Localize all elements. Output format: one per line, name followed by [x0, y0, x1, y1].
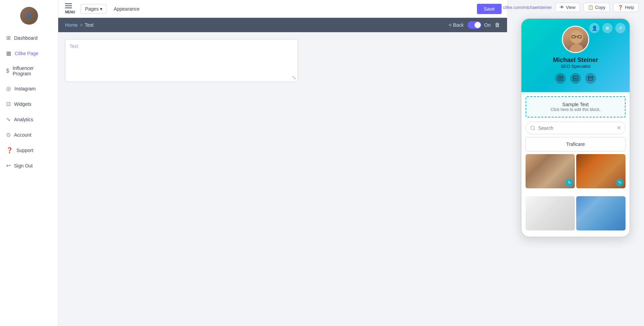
- profile-name: Michael Steiner: [553, 57, 598, 64]
- sidebar-item-account[interactable]: ⊙ Account: [0, 127, 58, 142]
- support-icon: ❓: [6, 147, 13, 153]
- back-button[interactable]: < Back: [449, 22, 464, 28]
- analytics-icon: ∿: [6, 116, 11, 123]
- photo-grid: ✎ ✎: [526, 154, 626, 237]
- breadcrumb-current: Text: [85, 22, 94, 28]
- photo-item-4[interactable]: [576, 196, 626, 230]
- add-circle-icon: ⊕: [605, 25, 609, 31]
- menu-line-2: [65, 5, 72, 6]
- sign-out-icon: ↩: [6, 162, 11, 169]
- sample-text-block[interactable]: Sample Text Click here to edit this bloc…: [526, 96, 626, 117]
- social-icons: [555, 73, 596, 84]
- sidebar-item-label: Account: [14, 132, 31, 138]
- svg-point-7: [559, 77, 561, 79]
- breadcrumb-actions: < Back On 🗑: [449, 21, 500, 29]
- person-icon: 👤: [592, 25, 597, 31]
- phone-traficare-button[interactable]: Traficare: [526, 137, 626, 151]
- menu-label: MENU: [65, 10, 75, 14]
- sidebar-item-dashboard[interactable]: ⊞ Dashboard: [0, 30, 58, 46]
- instagram-social-icon[interactable]: [555, 73, 566, 84]
- dashboard-icon: ⊞: [6, 35, 11, 41]
- editor-area: Text ⤡: [58, 32, 507, 326]
- profile-photo-inner: [563, 27, 588, 52]
- view-button[interactable]: 👁 View: [555, 3, 580, 12]
- pages-button[interactable]: Pages ▾: [80, 4, 107, 14]
- sidebar-item-label: Sign Out: [14, 163, 33, 168]
- toolbar: MENU Pages ▾ Appearance Save: [58, 0, 507, 18]
- eye-icon: 👁: [560, 5, 564, 10]
- view-label: View: [566, 5, 576, 10]
- preview-url[interactable]: c8ke.com/michaelsteiner: [503, 5, 552, 10]
- profile-title: SEO Specialist: [561, 64, 591, 69]
- photo-edit-icon-2: ✎: [616, 179, 623, 186]
- pages-label: Pages: [85, 6, 99, 12]
- text-editor-wrapper: Text ⤡: [65, 39, 298, 82]
- svg-point-1: [570, 31, 583, 43]
- help-label: Help: [625, 5, 634, 10]
- profile-photo-svg: [563, 27, 589, 53]
- breadcrumb: Home > Text: [65, 22, 93, 28]
- appearance-label: Appearance: [114, 6, 140, 12]
- sidebar-nav: ⊞ Dashboard ▦ C8ke Page $ Influencer Pro…: [0, 30, 58, 173]
- toggle-label: On: [484, 22, 491, 28]
- delete-button[interactable]: 🗑: [495, 22, 500, 28]
- copy-button[interactable]: 📋 Copy: [583, 3, 610, 12]
- sidebar-item-support[interactable]: ❓ Support: [0, 142, 58, 158]
- sidebar-item-analytics[interactable]: ∿ Analytics: [0, 112, 58, 127]
- resize-handle: ⤡: [65, 74, 298, 82]
- copy-label: Copy: [595, 5, 605, 10]
- phone-mockup: 👤 ⊕ ↗: [521, 18, 630, 237]
- menu-line-1: [65, 3, 72, 4]
- sidebar-item-label: Influencer Program: [13, 65, 52, 76]
- text-placeholder: Text: [70, 43, 78, 49]
- phone-header: 👤 ⊕ ↗: [521, 19, 630, 92]
- text-editor[interactable]: Text: [65, 39, 298, 74]
- toggle-switch[interactable]: [468, 21, 481, 29]
- main-content: MENU Pages ▾ Appearance Save Home > Text…: [58, 0, 507, 326]
- photo-item-1[interactable]: ✎: [526, 154, 575, 188]
- preview-topbar: c8ke.com/michaelsteiner 👁 View 📋 Copy ❓ …: [507, 0, 644, 15]
- svg-point-5: [570, 44, 583, 53]
- sidebar-item-label: C8ke Page: [15, 51, 38, 56]
- phone-share-icon-btn[interactable]: ↗: [615, 23, 626, 33]
- sidebar-item-sign-out[interactable]: ↩ Sign Out: [0, 158, 58, 173]
- preview-panel: c8ke.com/michaelsteiner 👁 View 📋 Copy ❓ …: [507, 0, 644, 326]
- account-icon: ⊙: [6, 131, 11, 138]
- breadcrumb-bar: Home > Text < Back On 🗑: [58, 18, 507, 32]
- sidebar-item-c8ke-page[interactable]: ▦ C8ke Page: [0, 46, 58, 61]
- breadcrumb-home[interactable]: Home: [65, 22, 78, 28]
- appearance-button[interactable]: Appearance: [111, 4, 142, 13]
- search-input[interactable]: [538, 125, 614, 131]
- search-clear-icon[interactable]: ✕: [617, 125, 621, 131]
- email-social-icon[interactable]: [585, 73, 596, 84]
- photo-item-2[interactable]: ✎: [576, 154, 626, 188]
- chevron-down-icon: ▾: [100, 6, 102, 12]
- share-icon: ↗: [618, 25, 622, 31]
- avatar: 👤: [20, 7, 38, 25]
- photo-edit-icon-1: ✎: [565, 179, 573, 186]
- svg-line-15: [534, 129, 535, 130]
- sidebar-item-widgets[interactable]: ⊡ Widgets: [0, 96, 58, 112]
- sidebar-item-label: Widgets: [14, 101, 31, 107]
- sidebar-item-instagram[interactable]: ◎ Instagram: [0, 81, 58, 96]
- phone-profile-icon-btn[interactable]: 👤: [589, 23, 599, 33]
- photo-item-3[interactable]: [526, 196, 575, 230]
- sidebar-item-influencer-program[interactable]: $ Influencer Program: [0, 61, 58, 81]
- sidebar-item-label: Instagram: [14, 86, 36, 91]
- menu-button[interactable]: MENU: [64, 2, 76, 15]
- sample-text-title: Sample Text: [531, 102, 620, 107]
- instagram-icon: ◎: [6, 85, 11, 92]
- influencer-program-icon: $: [6, 68, 9, 74]
- phone-header-icons: 👤 ⊕ ↗: [589, 23, 626, 33]
- save-button[interactable]: Save: [477, 4, 502, 14]
- sidebar: 👤 ⊞ Dashboard ▦ C8ke Page $ Influencer P…: [0, 0, 58, 326]
- sidebar-item-label: Analytics: [14, 117, 33, 122]
- phone-add-icon-btn[interactable]: ⊕: [602, 23, 613, 33]
- help-button[interactable]: ❓ Help: [613, 3, 639, 12]
- sidebar-item-label: Support: [16, 148, 33, 153]
- phone-search-bar: ✕: [526, 122, 626, 134]
- linkedin-social-icon[interactable]: [570, 73, 581, 84]
- copy-icon: 📋: [588, 5, 593, 10]
- svg-point-14: [531, 126, 534, 130]
- avatar-container: 👤: [0, 3, 58, 30]
